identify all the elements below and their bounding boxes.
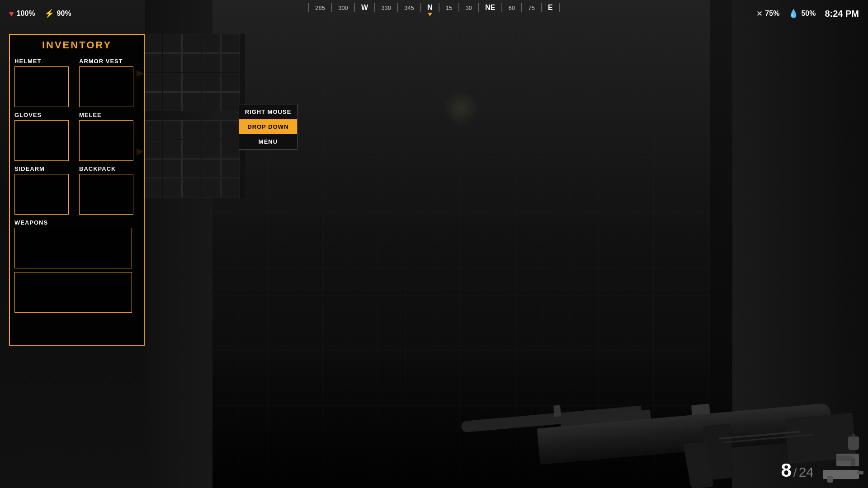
compass-N: N xyxy=(422,4,438,12)
weapons-section: WEAPONS xyxy=(14,219,139,313)
compass-60: 60 xyxy=(503,5,520,11)
gear-cell[interactable] xyxy=(221,34,240,53)
health-stat: ♥ 100% xyxy=(9,9,35,19)
gear-cell[interactable] xyxy=(182,178,201,197)
gear-cell[interactable] xyxy=(202,73,221,92)
gear-cell[interactable] xyxy=(202,140,221,159)
hud-top: ♥ 100% ⚡ 90% | 285 | 300 | W | 330 | 345… xyxy=(0,0,868,27)
health-value: 100% xyxy=(17,9,35,18)
gear-cell[interactable] xyxy=(143,120,162,139)
gear-cell[interactable] xyxy=(143,34,162,53)
weapon-slot-1[interactable] xyxy=(14,228,132,268)
context-menu: RIGHT MOUSE DROP DOWN MENU xyxy=(239,104,297,150)
rifle-sight-front xyxy=(553,405,561,417)
sidearm-label: SIDEARM xyxy=(14,165,75,172)
gear-cell[interactable] xyxy=(182,73,201,92)
gear-cell[interactable] xyxy=(163,140,182,159)
gloves-label: GLOVES xyxy=(14,112,75,118)
gear-cell[interactable] xyxy=(202,120,221,139)
melee-section: MELEE xyxy=(79,112,139,161)
equipment-grid: HELMET ARMOR VEST GLOVES MELEE SIDEARM B… xyxy=(14,58,139,215)
context-drop-down[interactable]: DROP DOWN xyxy=(239,119,297,134)
gear-cell[interactable] xyxy=(221,53,240,72)
melee-label: MELEE xyxy=(79,112,139,118)
gear-cell[interactable] xyxy=(163,34,182,53)
compass-W: W xyxy=(356,4,373,12)
compass-15: 15 xyxy=(440,5,458,11)
gear-cell[interactable] xyxy=(143,178,162,197)
ammo-reserve: 24 xyxy=(799,465,814,480)
ammo-slash: / xyxy=(793,465,797,480)
crosshair-value: 75% xyxy=(765,9,779,18)
gear-cell[interactable] xyxy=(163,178,182,197)
gear-cell[interactable] xyxy=(202,34,221,53)
gear-cell[interactable] xyxy=(163,120,182,139)
compass-285: 285 xyxy=(310,5,330,11)
gear-cell[interactable] xyxy=(143,159,162,178)
backpack-section: BACKPACK xyxy=(79,165,139,215)
water-stat: 💧 50% xyxy=(788,9,816,19)
gear-cell[interactable] xyxy=(143,140,162,159)
gear-cell[interactable] xyxy=(202,53,221,72)
backpack-slot[interactable] xyxy=(79,174,133,215)
compass-E: E xyxy=(542,4,558,12)
gloves-slot[interactable] xyxy=(14,120,69,161)
gear-cell[interactable] xyxy=(163,53,182,72)
compass-30: 30 xyxy=(460,5,477,11)
gear-cell[interactable] xyxy=(182,92,201,111)
weapons-slots xyxy=(14,228,139,313)
gear-cell[interactable] xyxy=(163,92,182,111)
ammo-display: 8 / 24 xyxy=(781,460,814,481)
stamina-stat: ⚡ 90% xyxy=(44,9,71,19)
compass-bar: | 285 | 300 | W | 330 | 345 | N | 15 | 3… xyxy=(307,4,561,12)
gear-cell[interactable] xyxy=(221,73,240,92)
gear-section-2: ▶ xyxy=(143,120,245,197)
pistol-indicator xyxy=(836,454,859,466)
clock: 8:24 PM xyxy=(825,9,859,19)
gear-cell[interactable] xyxy=(182,34,201,53)
gear-cell[interactable] xyxy=(182,120,201,139)
gear-cell[interactable] xyxy=(202,178,221,197)
inventory-panel: INVENTORY HELMET ARMOR VEST GLOVES MELEE… xyxy=(9,34,145,346)
compass-75: 75 xyxy=(523,5,540,11)
gear-cell[interactable] xyxy=(221,140,240,159)
inventory-title: INVENTORY xyxy=(14,39,139,51)
gear-cell[interactable] xyxy=(143,53,162,72)
water-icon: 💧 xyxy=(788,9,798,19)
gear-grid-top xyxy=(143,34,245,111)
context-menu-item[interactable]: MENU xyxy=(239,134,297,149)
rifle-indicator xyxy=(823,470,859,479)
gear-cell[interactable] xyxy=(163,73,182,92)
gear-cell[interactable] xyxy=(221,120,240,139)
water-value: 50% xyxy=(801,9,816,18)
melee-slot[interactable] xyxy=(79,120,133,161)
gear-cell[interactable] xyxy=(221,159,240,178)
armor-vest-slot[interactable] xyxy=(79,66,133,107)
gear-cell[interactable] xyxy=(182,159,201,178)
gear-cell[interactable] xyxy=(202,159,221,178)
gear-cell[interactable] xyxy=(143,73,162,92)
helmet-slot[interactable] xyxy=(14,66,69,107)
gear-grid-bottom xyxy=(143,120,245,197)
gear-cell[interactable] xyxy=(221,178,240,197)
gear-cell[interactable] xyxy=(182,140,201,159)
north-triangle xyxy=(428,13,432,16)
gear-grid-area: ▶ ▶ xyxy=(143,34,245,224)
context-right-mouse[interactable]: RIGHT MOUSE xyxy=(239,104,297,119)
sidearm-slot[interactable] xyxy=(14,174,69,215)
alley-scene xyxy=(145,0,868,488)
gear-cell[interactable] xyxy=(182,53,201,72)
weapon-slot-2[interactable] xyxy=(14,272,132,313)
compass-tick-13: | xyxy=(558,5,561,9)
armor-vest-label: ARMOR VEST xyxy=(79,58,139,65)
weapon-indicators xyxy=(823,436,859,479)
gear-cell[interactable] xyxy=(202,92,221,111)
gear-cell[interactable] xyxy=(221,92,240,111)
hud-left-stats: ♥ 100% ⚡ 90% xyxy=(9,9,71,19)
backpack-label: BACKPACK xyxy=(79,165,139,172)
crosshair-stat: ✕ 75% xyxy=(756,9,779,18)
gear-cell[interactable] xyxy=(143,92,162,111)
compass-300: 300 xyxy=(333,5,354,11)
gear-cell[interactable] xyxy=(163,159,182,178)
hud-right-stats: ✕ 75% 💧 50% 8:24 PM xyxy=(756,9,859,19)
